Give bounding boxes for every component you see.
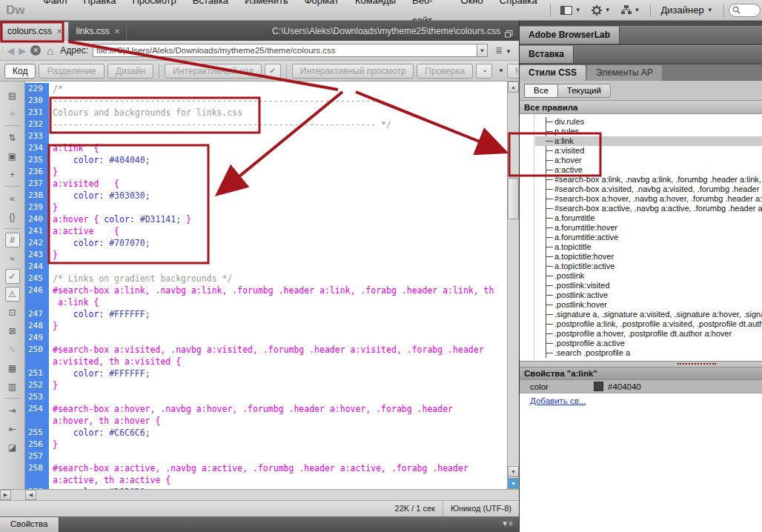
css-rule-item[interactable]: a.topictitle:active (535, 262, 762, 271)
filter-all-button[interactable]: Все (524, 84, 558, 98)
code-line[interactable]: 246#search-box a:link, .navbg a:link, .f… (25, 285, 507, 296)
tab-properties[interactable]: Свойства (0, 517, 59, 532)
css-rule-item[interactable]: a.forumtitle:hover (535, 223, 762, 233)
code-line[interactable]: 257 (25, 450, 507, 462)
view-button[interactable]: Код (4, 64, 36, 79)
scroll-down-button[interactable]: ▼ (508, 466, 519, 477)
syntax-error-alerts-icon[interactable]: ✓ (5, 269, 20, 284)
select-parent-tag-icon[interactable]: « (4, 189, 21, 207)
code-line[interactable]: 231Colours and backgrounds for links.css (25, 107, 507, 119)
extend-dreamweaver-button[interactable]: ▼ (586, 2, 616, 19)
tab-ap-elements[interactable]: Элементы AP (587, 65, 662, 81)
view-button[interactable]: Проверка (417, 64, 473, 79)
code-line[interactable]: 256} (25, 439, 507, 450)
css-rule-item[interactable]: a:visited (535, 146, 762, 156)
open-documents-icon[interactable]: ▤ (4, 86, 21, 104)
code-line[interactable]: 233 (25, 130, 507, 142)
code-line[interactable]: 234a:link { (25, 142, 507, 154)
tab-adobe-browserlab[interactable]: Adobe BrowserLab (520, 27, 620, 44)
address-dropdown-button[interactable]: ▼ (477, 44, 488, 57)
code-line[interactable]: 250#search-box a:visited, .navbg a:visit… (25, 344, 507, 356)
jump-button[interactable]: ▼ (508, 478, 519, 489)
view-button[interactable]: Интерактивный код (165, 64, 262, 79)
panel-resize-handle[interactable] (520, 362, 762, 367)
add-property-link[interactable]: Добавить св... (530, 396, 586, 405)
code-line[interactable]: a:visited, th a:visited { (25, 356, 507, 368)
code-line[interactable]: 244 (25, 261, 507, 273)
move-css-rule-icon[interactable]: ▥ (4, 377, 21, 396)
css-rule-item[interactable]: .postlink:hover (535, 300, 762, 310)
format-source-code-icon[interactable]: ◪ (4, 438, 21, 456)
preview-globe-icon[interactable]: ◔ (476, 64, 492, 79)
highlight-invalid-code-icon[interactable]: ≈ (4, 249, 21, 267)
code-line[interactable]: 229/* (25, 83, 507, 95)
code-line[interactable]: 258#search-box a:active, .navbg a:active… (25, 462, 507, 474)
workspace-switcher[interactable]: Дизайнер ▼ (655, 4, 719, 16)
scroll-left-button[interactable]: ◀ (25, 490, 36, 500)
css-rule-item[interactable]: .postprofile a:hover, .postprofile dt.au… (535, 329, 762, 339)
scroll-up-button[interactable]: ▲ (508, 82, 519, 93)
home-button[interactable]: ⌂ (43, 44, 57, 57)
css-rule-item[interactable]: #search-box a:visited, .navbg a:visited,… (535, 184, 762, 194)
view-button[interactable]: Дизайн (107, 64, 153, 79)
file-management-button[interactable]: ≣▼ (495, 45, 511, 56)
vertical-scrollbar[interactable]: ▲ ▼ ▼ (507, 82, 519, 489)
collapse-full-tag-icon[interactable]: ⇅ (4, 128, 21, 147)
tab-css-styles[interactable]: Стили CSS (520, 65, 586, 81)
code-line[interactable]: 248} (25, 320, 507, 332)
view-button[interactable]: Многоэкранн (507, 64, 519, 79)
css-rule-item[interactable]: div.rules (535, 117, 762, 127)
tab-colours-css[interactable]: colours.css × (0, 21, 69, 41)
property-value[interactable]: #404040 (608, 382, 641, 391)
code-line[interactable]: 232-------------------------------------… (25, 119, 507, 130)
code-line[interactable]: 236} (25, 166, 507, 178)
code-line[interactable]: 241a:active { (25, 225, 507, 237)
filter-current-button[interactable]: Текущий (558, 84, 611, 98)
search-input[interactable] (729, 4, 761, 17)
code-line[interactable]: 240a:hover { color: #D31141; } (25, 213, 507, 225)
css-rule-item[interactable]: .postlink:visited (535, 281, 762, 290)
code-line[interactable]: 249 (25, 332, 507, 344)
code-navigator-icon[interactable]: ✳ (4, 104, 21, 123)
site-menu-button[interactable]: ▼ (616, 2, 646, 19)
scrollbar-thumb[interactable] (508, 178, 519, 219)
recent-snippets-icon[interactable]: ▦ (4, 359, 21, 377)
tab-links-css[interactable]: links.css × (69, 21, 127, 41)
restore-window-icon[interactable] (505, 27, 513, 41)
balance-braces-icon[interactable]: {} (4, 207, 21, 226)
code-line[interactable]: 238 color: #303030; (25, 190, 507, 202)
code-line[interactable]: 239} (25, 202, 507, 213)
css-rule-item[interactable]: a:hover (535, 156, 762, 165)
css-rule-item[interactable]: #search-box a:link, .navbg a:link, .foru… (535, 175, 762, 184)
live-code-check-icon[interactable]: ✓ (265, 64, 281, 79)
code-line[interactable]: 252} (25, 379, 507, 391)
layout-switcher-button[interactable]: ▼ (555, 2, 586, 19)
css-rule-item[interactable]: a.forumtitle:active (535, 233, 762, 242)
css-rule-item[interactable]: p.rules (535, 127, 762, 136)
expand-all-icon[interactable]: + (4, 165, 21, 184)
view-button[interactable]: Интерактивный просмотр (292, 64, 414, 79)
css-rule-item[interactable]: a:link (535, 136, 762, 146)
browser-compatibility-icon[interactable]: ⚠ (5, 287, 20, 302)
back-button[interactable]: ◀ (4, 45, 16, 56)
code-line[interactable]: 255 color: #C6C6C6; (25, 427, 507, 439)
property-row-color[interactable]: color #404040 (520, 380, 762, 393)
css-rule-item[interactable]: .signature a, .signature a:visited, .sig… (535, 310, 762, 319)
stop-button[interactable]: ✕ (30, 45, 41, 56)
panel-menu-icon[interactable]: ▼≡ (501, 519, 513, 528)
remove-comment-icon[interactable]: ⊠ (4, 322, 21, 340)
tab-insert[interactable]: Вставка (520, 46, 574, 63)
wrap-tag-icon[interactable]: ✎ (4, 340, 21, 359)
code-line[interactable]: 237a:visited { (25, 178, 507, 190)
color-swatch[interactable] (594, 382, 603, 391)
scroll-right-button[interactable]: ▶ (0, 490, 11, 500)
css-rule-item[interactable]: .search .postprofile a (535, 348, 762, 358)
code-line[interactable]: 242 color: #707070; (25, 237, 507, 249)
css-rule-item[interactable]: .postprofile a:link, .postprofile a:visi… (535, 319, 762, 329)
close-icon[interactable]: × (115, 22, 119, 41)
code-line[interactable]: 254#search-box a:hover, .navbg a:hover, … (25, 403, 507, 415)
code-line[interactable]: 251 color: #FFFFFF; (25, 368, 507, 379)
outdent-code-icon[interactable]: ⇤ (4, 419, 21, 438)
css-rule-item[interactable]: a.topictitle (535, 242, 762, 252)
indent-code-icon[interactable]: ⇥ (4, 401, 21, 419)
